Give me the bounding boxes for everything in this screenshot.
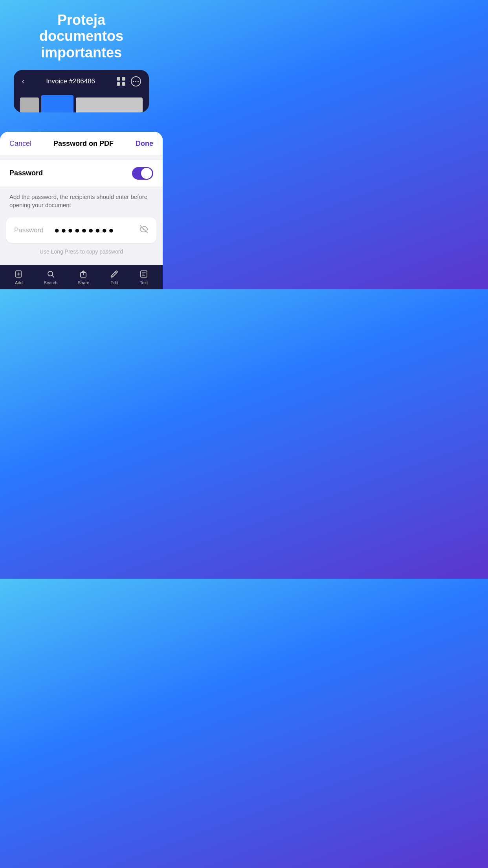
text-icon xyxy=(139,269,149,279)
password-field-container: Password ●●●●●●●●● xyxy=(6,217,156,243)
toolbar-add[interactable]: Add xyxy=(14,269,24,285)
text-label: Text xyxy=(140,280,148,285)
password-toggle-row: Password xyxy=(0,160,163,187)
share-icon xyxy=(79,269,88,279)
grid-icon[interactable] xyxy=(117,77,125,86)
password-value: ●●●●●●●●● xyxy=(54,225,134,235)
password-toggle[interactable] xyxy=(132,167,153,180)
search-label: Search xyxy=(44,280,57,285)
password-description: Add the password, the recipients should … xyxy=(0,187,163,218)
share-label: Share xyxy=(78,280,89,285)
edit-label: Edit xyxy=(110,280,118,285)
toolbar-search[interactable]: Search xyxy=(44,269,57,285)
nav-title: Invoice #286486 xyxy=(46,77,95,85)
app-card-mockup: ‹ Invoice #286486 xyxy=(14,70,149,112)
toolbar-edit[interactable]: Edit xyxy=(110,269,119,285)
edit-icon xyxy=(110,269,119,279)
toolbar-text[interactable]: Text xyxy=(139,269,149,285)
bottom-toolbar: Add Search Share Edit Text xyxy=(0,265,163,289)
add-label: Add xyxy=(15,280,23,285)
headline-line2: importantes xyxy=(41,44,122,61)
modal-title: Password on PDF xyxy=(53,140,114,148)
search-icon xyxy=(46,269,55,279)
cancel-button[interactable]: Cancel xyxy=(9,140,31,148)
toolbar-share[interactable]: Share xyxy=(78,269,89,285)
doc-preview xyxy=(14,91,149,112)
nav-icons xyxy=(117,76,141,86)
app-navbar: ‹ Invoice #286486 xyxy=(14,70,149,91)
headline: Proteja documentos importantes xyxy=(0,12,163,61)
eye-toggle-icon[interactable] xyxy=(139,224,149,236)
done-button[interactable]: Done xyxy=(136,140,153,148)
long-press-hint: Use Long Press to copy password xyxy=(0,243,163,262)
modal-header: Cancel Password on PDF Done xyxy=(0,132,163,155)
doc-tab-1 xyxy=(20,97,39,112)
doc-tab-2 xyxy=(41,95,73,112)
doc-tab-3 xyxy=(76,97,143,112)
modal-sheet: Cancel Password on PDF Done Password Add… xyxy=(0,132,163,266)
password-label: Password xyxy=(9,169,43,177)
add-icon xyxy=(14,269,24,279)
headline-line1: Proteja documentos xyxy=(39,12,123,44)
password-section: Password Add the password, the recipient… xyxy=(0,155,163,218)
toggle-thumb xyxy=(141,168,152,179)
nav-back-icon[interactable]: ‹ xyxy=(22,76,24,86)
password-field-label: Password xyxy=(14,226,50,234)
more-icon[interactable] xyxy=(131,76,141,86)
